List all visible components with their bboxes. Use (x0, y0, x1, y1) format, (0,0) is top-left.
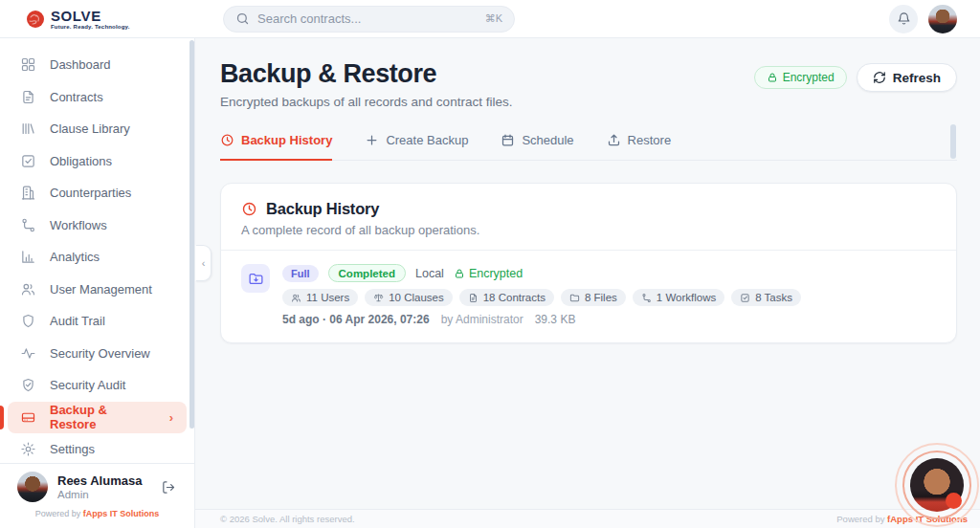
clock-icon (220, 133, 234, 147)
workflow-icon (20, 217, 36, 233)
scale-icon (373, 293, 384, 303)
tab-create-backup[interactable]: Create Backup (365, 133, 468, 161)
sidebar-item-counterparties[interactable]: Counterparties (0, 177, 194, 209)
tasks-icon (740, 293, 750, 303)
tab-restore[interactable]: Restore (607, 133, 672, 161)
page-header: Backup & Restore Encrypted backups of al… (220, 59, 957, 109)
page-footer: © 2026 Solve. All rights reserved. Power… (195, 509, 980, 528)
stat-users: 11 Users (282, 289, 358, 306)
sidebar-item-settings[interactable]: Settings (0, 433, 194, 463)
search-bar[interactable]: ⌘K (223, 6, 515, 33)
workflow-icon (641, 293, 652, 303)
backup-status-badge: Completed (328, 264, 406, 282)
upload-icon (607, 133, 621, 147)
app-logo[interactable]: SOLVE Future. Ready. Technology. (0, 9, 195, 30)
backup-entry[interactable]: Full Completed Local Encrypted 11 Users (221, 251, 956, 342)
gear-icon (20, 441, 36, 457)
building-icon (20, 185, 36, 201)
lock-icon (454, 268, 465, 279)
sidebar-item-contracts[interactable]: Contracts (0, 81, 194, 114)
logout-icon (161, 479, 177, 495)
hard-drive-icon (20, 409, 36, 426)
sidebar-user-section: Rees Alumasa Admin Powered by fApps IT S… (0, 463, 194, 528)
document-icon (468, 293, 479, 303)
search-icon (235, 11, 250, 26)
stat-clauses: 10 Clauses (365, 289, 453, 306)
refresh-icon (873, 71, 886, 84)
user-avatar[interactable] (928, 5, 957, 33)
sidebar-item-user-management[interactable]: User Management (0, 274, 194, 306)
brand-name: SOLVE (51, 9, 130, 23)
backup-size: 39.3 KB (535, 313, 576, 326)
shield-icon (20, 313, 36, 329)
page-title: Backup & Restore (220, 59, 512, 89)
sidebar-scrollbar[interactable] (189, 40, 194, 429)
assistant-chat-widget[interactable] (895, 443, 979, 527)
stat-tasks: 8 Tasks (731, 289, 801, 306)
plus-icon (365, 133, 379, 147)
encrypted-badge: Encrypted (754, 66, 847, 89)
tab-backup-history[interactable]: Backup History (220, 133, 332, 161)
user-role: Admin (57, 489, 142, 500)
sidebar-item-security-audit[interactable]: Security Audit (0, 369, 194, 402)
bell-icon (897, 11, 911, 26)
search-shortcut-hint: ⌘K (485, 12, 502, 25)
calendar-icon (501, 133, 515, 147)
shield-check-icon (20, 377, 36, 393)
sidebar-item-backup-restore[interactable]: Backup & Restore › (8, 402, 187, 434)
main-content: Backup & Restore Encrypted backups of al… (195, 38, 980, 528)
sidebar-item-dashboard[interactable]: Dashboard (0, 49, 194, 81)
active-indicator (0, 406, 4, 429)
notifications-button[interactable] (889, 5, 918, 33)
brand-tagline: Future. Ready. Technology. (51, 24, 130, 30)
card-subtitle: A complete record of all backup operatio… (241, 223, 936, 237)
folder-download-icon (241, 264, 270, 293)
sidebar-powered-by: Powered by fApps IT Solutions (0, 509, 194, 518)
stat-files: 8 Files (561, 289, 626, 306)
sidebar-item-security-overview[interactable]: Security Overview (0, 338, 194, 370)
stat-workflows: 1 Workflows (633, 289, 724, 306)
refresh-button[interactable]: Refresh (857, 63, 957, 92)
tab-schedule[interactable]: Schedule (501, 133, 573, 161)
contracts-icon (20, 89, 36, 105)
sidebar-nav: Dashboard Contracts Clause Library Oblig… (0, 38, 194, 463)
bar-chart-icon (20, 249, 36, 265)
assistant-status-dot (946, 493, 962, 509)
brand-brain-icon (26, 10, 45, 29)
sidebar-item-audit-trail[interactable]: Audit Trail (0, 305, 194, 338)
backup-history-card: Backup History A complete record of all … (220, 183, 957, 343)
users-icon (20, 281, 36, 297)
user-name: Rees Alumasa (57, 473, 142, 489)
backup-location: Local (415, 267, 444, 280)
backup-author: by Administrator (441, 313, 523, 326)
users-icon (291, 293, 301, 303)
card-title: Backup History (266, 200, 379, 218)
backup-type-badge: Full (282, 265, 319, 282)
backup-encryption: Encrypted (454, 267, 523, 280)
backup-timestamp: 5d ago · 06 Apr 2026, 07:26 (282, 313, 430, 326)
dashboard-icon (20, 56, 36, 73)
check-square-icon (20, 153, 36, 169)
search-input[interactable] (257, 11, 478, 26)
sidebar-collapse-button[interactable]: ‹ (195, 245, 212, 281)
sidebar-item-analytics[interactable]: Analytics (0, 241, 194, 274)
content-scrollbar[interactable] (950, 124, 956, 159)
library-icon (20, 121, 36, 137)
lock-icon (767, 72, 778, 83)
top-bar: SOLVE Future. Ready. Technology. ⌘K (0, 0, 980, 38)
sidebar-item-workflows[interactable]: Workflows (0, 209, 194, 242)
activity-icon (20, 345, 36, 362)
logout-button[interactable] (161, 479, 177, 495)
sidebar-item-obligations[interactable]: Obligations (0, 145, 194, 178)
copyright-text: © 2026 Solve. All rights reserved. (220, 514, 355, 524)
folder-icon (569, 293, 580, 303)
stat-contracts: 18 Contracts (459, 289, 554, 306)
chevron-right-icon: › (169, 410, 173, 425)
clock-icon (241, 201, 257, 217)
page-subtitle: Encrypted backups of all records and con… (220, 95, 512, 109)
user-avatar-small[interactable] (17, 472, 48, 502)
tab-bar: Backup History Create Backup Schedule Re… (220, 133, 957, 161)
sidebar-item-clause-library[interactable]: Clause Library (0, 113, 194, 145)
sidebar: Dashboard Contracts Clause Library Oblig… (0, 38, 195, 528)
